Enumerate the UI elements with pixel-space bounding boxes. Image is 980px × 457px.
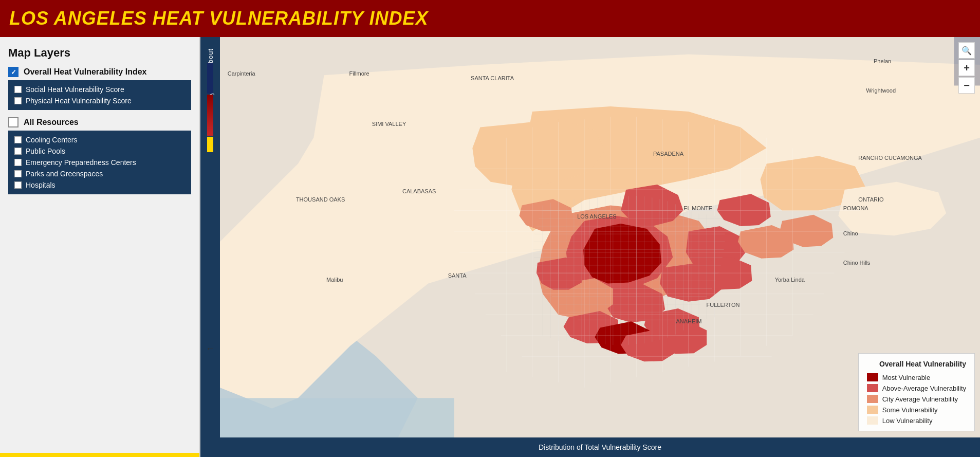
- color-scale-navy: [207, 63, 213, 94]
- sub-layer-item-0[interactable]: Social Heat Vulnerability Score: [14, 85, 185, 94]
- sub-layer-label-1: Physical Heat Vulnerability Score: [26, 97, 132, 105]
- overall-layer-checkbox[interactable]: [8, 67, 19, 77]
- legend-item-1: Above-Average Vulnerability: [867, 384, 966, 392]
- legend-label-3: Some Vulnerability: [882, 406, 938, 414]
- sidebar-content: Map Layers Overall Heat Vulnerability In…: [0, 37, 199, 453]
- overall-layer-label: Overall Heat Vulnerability Index: [24, 67, 147, 77]
- resource-checkbox-2[interactable]: [14, 159, 22, 166]
- legend-item-4: Low Vulnerability: [867, 416, 966, 425]
- sub-layer-item-1[interactable]: Physical Heat Vulnerability Score: [14, 97, 185, 105]
- bottom-bar-text: Distribution of Total Vulnerability Scor…: [539, 443, 661, 451]
- legend-color-3: [867, 406, 878, 414]
- sub-layer-panel: Social Heat Vulnerability Score Physical…: [8, 80, 191, 110]
- resource-label-1: Public Pools: [26, 147, 65, 155]
- legend-title: Overall Heat Vulnerability: [867, 360, 966, 368]
- legend-color-0: [867, 373, 878, 381]
- map-area[interactable]: CarpinteriaFillmoreSANTA CLARITAPhelanWr…: [220, 37, 980, 457]
- zoom-in-button[interactable]: +: [958, 60, 975, 76]
- sub-layer-checkbox-1[interactable]: [14, 97, 22, 104]
- back-arrow-icon[interactable]: ←: [206, 343, 215, 354]
- legend-color-1: [867, 384, 878, 392]
- layer-group-overall: Overall Heat Vulnerability Index Social …: [8, 67, 191, 110]
- color-scale-yellow: [207, 137, 213, 152]
- overall-layer-item[interactable]: Overall Heat Vulnerability Index: [8, 67, 191, 77]
- color-scale-red: [207, 95, 213, 136]
- color-scale: [207, 63, 213, 152]
- vertical-tabs: About Layers ←: [200, 37, 220, 457]
- sidebar-yellow-bar: [0, 453, 199, 457]
- resource-checkbox-0[interactable]: [14, 136, 22, 143]
- all-resources-checkbox[interactable]: [8, 117, 19, 127]
- resource-label-4: Hospitals: [26, 181, 56, 189]
- all-resources-label: All Resources: [24, 118, 79, 127]
- legend-color-4: [867, 416, 878, 425]
- legend-label-1: Above-Average Vulnerability: [882, 385, 966, 392]
- layer-group-resources: All Resources Cooling Centers Public Poo…: [8, 117, 191, 194]
- legend-label-0: Most Vulnerable: [882, 374, 930, 381]
- legend-item-2: City Average Vulnerability: [867, 395, 966, 403]
- sub-layer-checkbox-0[interactable]: [14, 86, 22, 93]
- sidebar: Map Layers Overall Heat Vulnerability In…: [0, 37, 200, 457]
- header: LOS ANGELES HEAT VULNERABILITY INDEX: [0, 0, 980, 37]
- resource-item-3[interactable]: Parks and Greenspaces: [14, 170, 185, 178]
- zoom-out-button[interactable]: −: [958, 77, 975, 94]
- resource-item-4[interactable]: Hospitals: [14, 181, 185, 189]
- legend: Overall Heat Vulnerability Most Vulnerab…: [858, 353, 975, 431]
- legend-label-2: City Average Vulnerability: [882, 395, 958, 403]
- resource-label-3: Parks and Greenspaces: [26, 170, 103, 178]
- bottom-bar: Distribution of Total Vulnerability Scor…: [220, 437, 980, 457]
- legend-item-3: Some Vulnerability: [867, 406, 966, 414]
- resource-checkbox-3[interactable]: [14, 170, 22, 177]
- legend-color-2: [867, 395, 878, 403]
- main-content: Map Layers Overall Heat Vulnerability In…: [0, 37, 980, 457]
- resource-checkbox-4[interactable]: [14, 181, 22, 189]
- legend-label-4: Low Vulnerability: [882, 417, 933, 425]
- resources-panel: Cooling Centers Public Pools Emergency P…: [8, 131, 191, 194]
- map-layers-heading: Map Layers: [8, 46, 191, 60]
- resource-checkbox-1[interactable]: [14, 148, 22, 155]
- legend-item-0: Most Vulnerable: [867, 373, 966, 381]
- search-button[interactable]: 🔍: [958, 42, 975, 59]
- resource-label-0: Cooling Centers: [26, 136, 77, 144]
- page-title: LOS ANGELES HEAT VULNERABILITY INDEX: [9, 8, 428, 29]
- legend-items: Most Vulnerable Above-Average Vulnerabil…: [867, 373, 966, 425]
- map-controls: 🔍 + −: [958, 42, 975, 94]
- sub-layer-label-0: Social Heat Vulnerability Score: [26, 85, 124, 94]
- resource-item-1[interactable]: Public Pools: [14, 147, 185, 155]
- resource-item-0[interactable]: Cooling Centers: [14, 136, 185, 144]
- resource-item-2[interactable]: Emergency Preparedness Centers: [14, 158, 185, 167]
- resource-label-2: Emergency Preparedness Centers: [26, 158, 136, 167]
- all-resources-item[interactable]: All Resources: [8, 117, 191, 127]
